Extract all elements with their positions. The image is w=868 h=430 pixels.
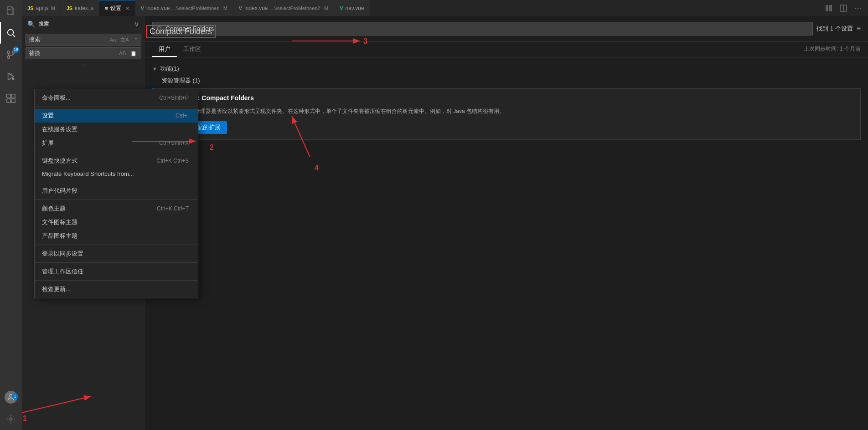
menu-label: 管理工作区信任 — [42, 267, 83, 276]
menu-shortcut: Ctrl+Shift+P — [159, 95, 189, 101]
menu-item-file-icon-theme[interactable]: 文件图标主题 — [35, 215, 198, 229]
menu-shortcut: Ctrl+, — [176, 113, 189, 119]
context-menu-overlay[interactable]: 命令面板... Ctrl+Shift+P 设置 Ctrl+, 在线服务设置 扩展… — [0, 0, 868, 430]
menu-item-keyboard[interactable]: 键盘快捷方式 Ctrl+K Ctrl+S — [35, 154, 198, 168]
menu-divider — [35, 262, 198, 263]
menu-divider — [35, 280, 198, 281]
menu-item-migrate[interactable]: Migrate Keyboard Shortcuts from... — [35, 168, 198, 180]
menu-item-workspace-trust[interactable]: 管理工作区信任 — [35, 265, 198, 278]
menu-label: 颜色主题 — [42, 205, 66, 213]
menu-label: 扩展 — [42, 139, 54, 147]
menu-shortcut: Ctrl+K Ctrl+S — [156, 158, 189, 164]
context-menu: 命令面板... Ctrl+Shift+P 设置 Ctrl+, 在线服务设置 扩展… — [34, 89, 198, 298]
menu-label: 文件图标主题 — [42, 218, 78, 226]
menu-item-color-theme[interactable]: 颜色主题 Ctrl+K Ctrl+T — [35, 202, 198, 215]
menu-divider — [35, 107, 198, 107]
menu-item-sync[interactable]: 登录以同步设置 — [35, 247, 198, 261]
menu-item-settings[interactable]: 设置 Ctrl+, — [35, 109, 198, 123]
menu-shortcut: Ctrl+Shift+X — [159, 140, 189, 146]
menu-item-snippets[interactable]: 用户代码片段 — [35, 184, 198, 198]
menu-divider — [35, 245, 198, 245]
menu-label: 用户代码片段 — [42, 187, 78, 195]
menu-item-check-updates[interactable]: 检查更新... — [35, 282, 198, 296]
menu-label: 产品图标主题 — [42, 232, 78, 240]
menu-item-extensions[interactable]: 扩展 Ctrl+Shift+X — [35, 136, 198, 150]
menu-label: 命令面板... — [42, 94, 71, 102]
menu-label: 登录以同步设置 — [42, 250, 83, 258]
menu-label: 键盘快捷方式 — [42, 157, 78, 165]
menu-divider — [35, 152, 198, 152]
menu-divider — [35, 182, 198, 182]
menu-divider — [35, 200, 198, 200]
menu-label: 在线服务设置 — [42, 125, 78, 133]
menu-item-online-services[interactable]: 在线服务设置 — [35, 123, 198, 136]
menu-item-product-icon-theme[interactable]: 产品图标主题 — [35, 229, 198, 243]
menu-item-command-palette[interactable]: 命令面板... Ctrl+Shift+P — [35, 91, 198, 105]
menu-label: 检查更新... — [42, 285, 71, 293]
menu-shortcut: Ctrl+K Ctrl+T — [157, 205, 189, 212]
menu-label: Migrate Keyboard Shortcuts from... — [42, 170, 134, 177]
menu-label: 设置 — [42, 112, 54, 120]
